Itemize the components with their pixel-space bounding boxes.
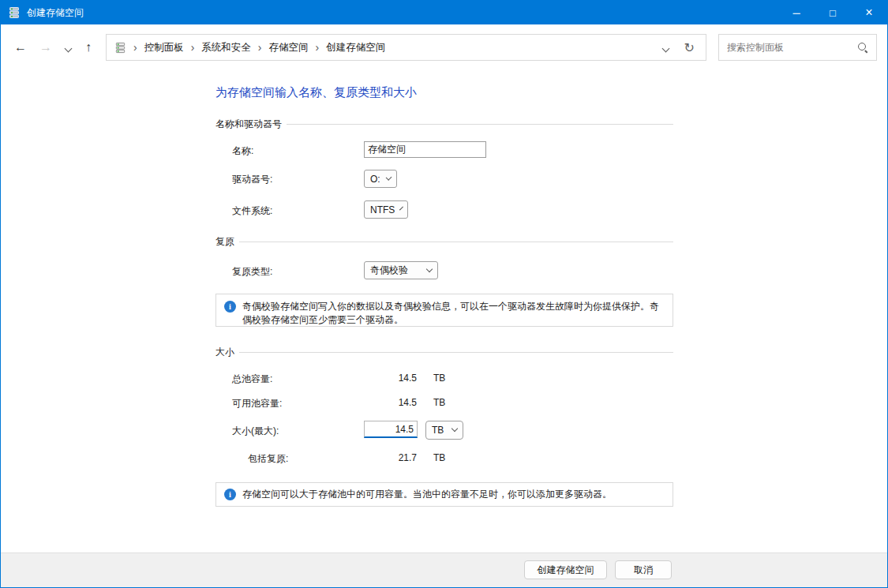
section-title: 复原	[215, 235, 234, 249]
forward-button: →	[36, 40, 55, 54]
window-title: 创建存储空间	[27, 6, 84, 20]
search-icon[interactable]	[857, 42, 868, 53]
refresh-button[interactable]: ↻	[684, 40, 695, 55]
page-title: 为存储空间输入名称、复原类型和大小	[215, 85, 417, 100]
available-pool-capacity-unit: TB	[433, 397, 445, 408]
section-size: 大小	[215, 346, 673, 359]
resiliency-type-label: 复原类型:	[232, 265, 272, 279]
name-label: 名称:	[232, 144, 253, 158]
total-pool-capacity-value: 14.5	[364, 373, 417, 384]
close-icon: ×	[865, 6, 872, 20]
breadcrumb-item-create-storage-space[interactable]: 创建存储空间	[326, 41, 385, 54]
recent-pages-button[interactable]	[62, 40, 74, 54]
including-resiliency-value: 21.7	[364, 452, 417, 463]
chevron-down-icon	[451, 425, 458, 432]
file-system-value: NTFS	[370, 204, 395, 215]
create-storage-space-button[interactable]: 创建存储空间	[524, 560, 607, 579]
storage-stack-icon	[114, 42, 126, 54]
back-button[interactable]: ←	[11, 40, 30, 54]
crumb-separator-icon: ›	[258, 41, 262, 54]
drive-letter-value: O:	[370, 174, 380, 185]
size-unit-select[interactable]: TB	[425, 421, 463, 440]
section-title: 大小	[215, 346, 234, 359]
crumb-separator-icon: ›	[316, 41, 320, 54]
available-pool-capacity-value: 14.5	[364, 397, 417, 408]
breadcrumb-item-storage-spaces[interactable]: 存储空间	[269, 41, 309, 54]
chevron-down-icon	[385, 174, 392, 180]
total-pool-capacity-label: 总池容量:	[232, 373, 272, 386]
including-resiliency-unit: TB	[433, 452, 445, 463]
info-icon: i	[224, 301, 236, 313]
create-storage-space-window: 创建存储空间 ─ □ × ← → ↑	[0, 0, 888, 588]
cancel-button[interactable]: 取消	[615, 560, 672, 579]
breadcrumb-item-control-panel[interactable]: 控制面板	[144, 41, 184, 54]
total-pool-capacity-unit: TB	[433, 373, 445, 384]
address-bar[interactable]: › 控制面板 › 系统和安全 › 存储空间 › 创建存储空间 ↻	[106, 34, 706, 61]
section-name-drive: 名称和驱动器号	[215, 118, 673, 131]
size-unit-value: TB	[432, 425, 444, 436]
titlebar: 创建存储空间 ─ □ ×	[1, 1, 887, 24]
address-bar-controls: ↻	[663, 40, 698, 55]
size-info-text: 存储空间可以大于存储池中的可用容量。当池中的容量不足时，你可以添加更多驱动器。	[242, 488, 612, 501]
size-info-box: i 存储空间可以大于存储池中的可用容量。当池中的容量不足时，你可以添加更多驱动器…	[215, 482, 673, 507]
search-box	[718, 34, 877, 61]
close-button[interactable]: ×	[851, 1, 887, 24]
resiliency-type-value: 奇偶校验	[370, 264, 408, 277]
minimize-button[interactable]: ─	[778, 1, 815, 24]
breadcrumb-item-system-security[interactable]: 系统和安全	[201, 41, 251, 54]
maximize-icon: □	[830, 7, 836, 19]
crumb-separator-icon: ›	[133, 41, 137, 54]
including-resiliency-label: 包括复原:	[248, 452, 288, 466]
file-system-label: 文件系统:	[232, 204, 272, 218]
drive-letter-select[interactable]: O:	[364, 170, 397, 188]
navigation-bar: ← → ↑ › 控制面板	[1, 24, 887, 70]
section-divider	[239, 352, 673, 353]
chevron-down-icon	[426, 265, 433, 272]
chevron-down-icon	[64, 45, 72, 53]
section-divider	[287, 124, 673, 125]
name-input[interactable]	[364, 141, 486, 158]
file-system-select[interactable]: NTFS	[364, 200, 408, 219]
chevron-down-icon	[399, 206, 403, 210]
max-size-input[interactable]	[364, 421, 418, 438]
resiliency-info-text: 奇偶校验存储空间写入你的数据以及奇偶校验信息，可以在一个驱动器发生故障时为你提供…	[242, 300, 665, 320]
info-icon: i	[224, 489, 236, 500]
chevron-down-icon	[661, 45, 669, 53]
resiliency-info-box: i 奇偶校验存储空间写入你的数据以及奇偶校验信息，可以在一个驱动器发生故障时为你…	[215, 294, 673, 327]
drive-letter-label: 驱动器号:	[232, 173, 272, 186]
max-size-label: 大小(最大):	[232, 425, 279, 438]
minimize-icon: ─	[792, 7, 800, 19]
footer-bar	[1, 552, 887, 587]
maximize-button[interactable]: □	[815, 1, 851, 24]
storage-stack-icon	[8, 6, 21, 19]
crumb-separator-icon: ›	[191, 41, 195, 54]
available-pool-capacity-label: 可用池容量:	[232, 397, 282, 410]
window-controls: ─ □ ×	[778, 1, 887, 24]
resiliency-type-select[interactable]: 奇偶校验	[364, 261, 438, 279]
address-dropdown-button[interactable]	[663, 40, 669, 54]
breadcrumb: › 控制面板 › 系统和安全 › 存储空间 › 创建存储空间	[114, 41, 663, 54]
up-button[interactable]: ↑	[79, 40, 98, 54]
section-resiliency: 复原	[215, 235, 673, 249]
search-input[interactable]	[727, 42, 857, 53]
section-title: 名称和驱动器号	[215, 118, 282, 131]
section-divider	[239, 242, 673, 242]
